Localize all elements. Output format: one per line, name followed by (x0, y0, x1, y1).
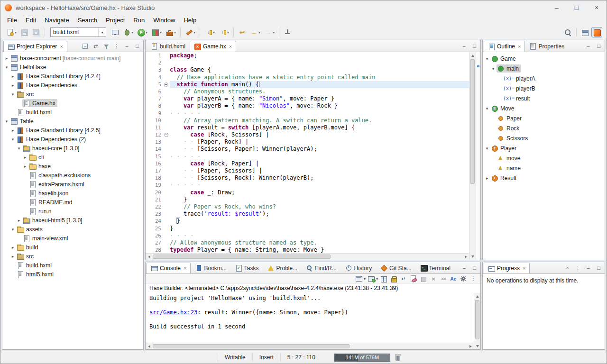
explorer-item-haxeui-core-1-3-0[interactable]: ▾haxeui-core [1.3.0] (2, 144, 143, 153)
run-button[interactable]: ▾ (136, 27, 149, 37)
scroll-down-icon[interactable] (474, 343, 481, 349)
filter-icon[interactable] (102, 42, 110, 50)
menu-search[interactable]: Search (74, 16, 101, 25)
code-line[interactable]: · · [Paper, Rock] | (170, 138, 469, 146)
run-dropdown-icon[interactable]: ▾ (146, 30, 147, 35)
scroll-right-icon[interactable] (467, 343, 474, 350)
open-perspective-button[interactable] (579, 27, 590, 37)
scroll-up-icon[interactable] (469, 52, 476, 59)
code-line[interactable]: · · [Scissors, Rock]: Winner(playerB); (170, 174, 469, 182)
menu-window[interactable]: Window (149, 16, 179, 25)
bottom-tab-terminal[interactable]: >_Terminal (416, 262, 455, 273)
code-line[interactable]: } (170, 218, 469, 225)
search-button[interactable] (562, 27, 573, 37)
bottom-tab-git-sta[interactable]: Git Sta... (376, 262, 416, 273)
explorer-item-build-hxml[interactable]: build.hxml (2, 108, 143, 117)
view-menu-icon[interactable]: ⋮ (113, 42, 120, 50)
scroll-right-icon[interactable] (462, 254, 469, 260)
explorer-item-haxelib-json[interactable]: haxelib.json (2, 189, 143, 198)
code-line[interactable]: } (170, 225, 469, 232)
explorer-item-build[interactable]: ▸build (2, 243, 143, 252)
code-line[interactable]: // Paper vs Rock, who wins? (170, 203, 469, 210)
progress-tab-progress[interactable]: Progress× (484, 263, 530, 273)
menu-edit[interactable]: Edit (21, 16, 40, 25)
collapse-arrow-icon[interactable]: ▾ (490, 66, 497, 71)
expand-arrow-icon[interactable]: ▸ (9, 245, 16, 250)
view-menu-icon[interactable]: ⋮ (574, 264, 581, 272)
code-line[interactable]: · · [Scissors, Paper]: Winner(playerA); (170, 146, 469, 153)
menu-project[interactable]: Project (101, 16, 129, 25)
menu-navigate[interactable]: Navigate (40, 16, 73, 25)
link-with-editor-icon[interactable]: ⇄ (92, 42, 99, 50)
minimize-icon[interactable]: – (585, 264, 592, 272)
previous-annotation-dropdown-icon[interactable]: ▾ (227, 30, 229, 35)
scroll-up-icon[interactable] (474, 293, 481, 300)
code-line[interactable]: trace('result: $result'); (170, 210, 469, 218)
console-link[interactable]: src/Game.hx:23 (149, 309, 197, 316)
console-output[interactable]: Building project 'HelloHaxe' using 'buil… (146, 293, 474, 349)
scroll-lock-icon[interactable] (389, 275, 398, 283)
explorer-item-haxeui-html5-1-3-0[interactable]: ▸haxeui-html5 [1.3.0] (2, 216, 143, 225)
editor-vertical-scrollbar[interactable] (469, 52, 476, 260)
outline-item-rock[interactable]: Rock (483, 123, 605, 133)
outline-item-result[interactable]: (x)=result (483, 93, 605, 103)
terminate-icon[interactable] (419, 275, 428, 283)
explorer-item-src[interactable]: ▸src (2, 252, 143, 261)
minimize-icon[interactable]: – (460, 42, 468, 50)
bottom-tab-proble[interactable]: Proble... (263, 262, 302, 273)
heap-status[interactable]: 141M of 576M (334, 354, 390, 362)
menu-help[interactable]: Help (179, 16, 201, 25)
save-button[interactable] (19, 27, 30, 37)
minimize-icon[interactable]: – (123, 42, 130, 50)
run-garbage-collector-button[interactable] (393, 353, 403, 362)
bottom-tab-find-r[interactable]: Find/R... (302, 262, 340, 273)
new-wizard-dropdown-icon[interactable]: ▾ (15, 30, 17, 35)
close-icon[interactable]: × (518, 44, 521, 49)
settings-icon[interactable] (459, 275, 468, 283)
view-menu-icon[interactable]: ⋮ (469, 275, 478, 283)
collapse-all-icon[interactable] (82, 42, 89, 50)
editor-tab-game-hx[interactable]: XGame.hx× (190, 41, 236, 52)
coverage-button[interactable]: ▾ (150, 27, 163, 37)
display-selected-console-icon[interactable] (355, 275, 363, 283)
console-vertical-scrollbar[interactable] (474, 293, 480, 349)
outline-item-name[interactable]: name (483, 163, 605, 173)
explorer-tab-project-explorer[interactable]: Project Explorer× (3, 41, 67, 52)
back-dropdown-icon[interactable]: ▾ (258, 30, 260, 35)
explorer-item-haxe-standard-library-4-2-5[interactable]: ▸Haxe Standard Library [4.2.5] (2, 126, 143, 135)
collapse-arrow-icon[interactable]: ▾ (9, 137, 16, 142)
last-edit-location-button[interactable]: ↩ (237, 27, 248, 37)
code-line[interactable]: // Allow anonymous structure named as ty… (170, 239, 469, 246)
close-icon[interactable]: × (229, 44, 232, 49)
horizontal-scroll-thumb[interactable] (153, 255, 331, 259)
code-line[interactable]: · · · · · (170, 182, 469, 189)
code-line[interactable]: · · · · · (170, 110, 469, 117)
expand-arrow-icon[interactable]: ▸ (9, 83, 16, 88)
bottom-tab-history[interactable]: History (341, 262, 376, 273)
expand-arrow-icon[interactable]: ▸ (9, 74, 16, 79)
maximize-icon[interactable]: □ (471, 42, 478, 50)
right-tab-properties[interactable]: Properties (525, 40, 569, 52)
code-line[interactable]: package; (170, 52, 469, 59)
window-minimize-button[interactable]: – (547, 0, 567, 15)
outline-item-playerb[interactable]: (x)=playerB (483, 83, 605, 93)
close-icon[interactable]: × (184, 265, 186, 271)
collapse-arrow-icon[interactable]: ▾ (3, 119, 10, 124)
fold-collapse-icon[interactable] (164, 82, 168, 87)
editor-tab-build-hxml[interactable]: build.hxml (147, 40, 190, 52)
next-annotation-dropdown-icon[interactable]: ▾ (213, 30, 215, 35)
collapse-arrow-icon[interactable]: ▾ (9, 227, 16, 232)
code-line[interactable]: var result = switch [playerA.move, playe… (170, 124, 469, 131)
explorer-item-haxe-dependencies-2[interactable]: ▾Haxe Dependencies (2) (2, 135, 143, 144)
explorer-item-table[interactable]: ▾Table (2, 117, 143, 126)
scroll-down-icon[interactable] (469, 253, 476, 260)
explorer-item-src[interactable]: ▾src (2, 90, 143, 99)
editor-horizontal-scrollbar[interactable] (146, 253, 469, 260)
explorer-item-haxe[interactable]: ▸haxe (2, 162, 143, 171)
explorer-item-hellohaxe[interactable]: ▾HelloHaxe (2, 63, 143, 72)
code-line[interactable]: } (170, 196, 469, 203)
outline-item-main[interactable]: ▾main (483, 64, 605, 73)
overview-marker[interactable] (477, 65, 479, 67)
horizontal-scroll-thumb[interactable] (153, 344, 349, 348)
save-all-button[interactable] (31, 27, 42, 37)
